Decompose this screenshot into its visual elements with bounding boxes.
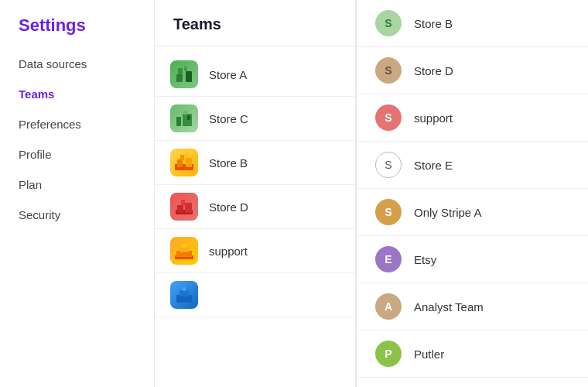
team-name: Store E [414, 159, 453, 172]
sidebar-item-teams[interactable]: Teams [19, 87, 135, 101]
list-item[interactable]: S support [357, 94, 588, 142]
team-name: Store D [414, 64, 453, 77]
avatar: S [375, 199, 402, 225]
unknown-icon [170, 281, 198, 309]
svg-rect-15 [181, 200, 185, 206]
sidebar: Settings Data sources Teams Preferences … [0, 0, 155, 387]
svg-rect-9 [177, 159, 183, 167]
teams-panel-header: Teams [155, 0, 355, 46]
team-name: Store D [209, 200, 248, 214]
list-item[interactable]: S Store E [357, 142, 588, 189]
support-icon [170, 237, 198, 265]
sidebar-item-preferences[interactable]: Preferences [19, 118, 135, 131]
right-panel: S Store B S Store D S support S Store E … [356, 0, 588, 387]
list-item[interactable]: A Analyst Team [357, 283, 588, 330]
list-item[interactable]: Store B [155, 141, 355, 185]
store-d-icon [170, 193, 198, 221]
avatar: S [375, 104, 402, 131]
svg-rect-11 [180, 155, 184, 160]
store-a-icon [170, 60, 198, 88]
svg-rect-2 [178, 68, 183, 74]
list-item[interactable] [155, 273, 355, 317]
svg-rect-0 [176, 74, 183, 82]
list-item[interactable]: Store C [155, 97, 355, 141]
team-name: support [209, 245, 248, 258]
team-name: Store B [414, 17, 453, 30]
avatar: A [375, 293, 402, 320]
team-name: Store B [209, 156, 248, 170]
list-item[interactable]: Store A [155, 53, 355, 97]
list-item[interactable]: S Store B [357, 0, 588, 47]
svg-rect-19 [182, 244, 186, 248]
teams-panel: Teams Store A St [155, 0, 356, 387]
svg-rect-18 [179, 247, 189, 252]
svg-rect-21 [179, 290, 189, 296]
list-item[interactable]: S Only Stripe A [357, 189, 588, 236]
store-c-icon [170, 104, 198, 132]
svg-rect-13 [177, 205, 183, 213]
team-name: Etsy [414, 253, 436, 266]
svg-rect-1 [186, 71, 192, 82]
avatar: P [375, 341, 402, 367]
svg-rect-4 [176, 117, 181, 126]
sidebar-item-plan[interactable]: Plan [19, 178, 135, 191]
svg-rect-6 [183, 111, 187, 115]
sidebar-item-profile[interactable]: Profile [19, 148, 135, 161]
svg-rect-10 [186, 158, 192, 167]
avatar: S [375, 57, 402, 84]
list-item[interactable]: E eBay store [357, 378, 588, 387]
svg-rect-5 [183, 114, 192, 126]
svg-rect-22 [183, 287, 186, 291]
team-name: Store A [209, 68, 247, 81]
sidebar-item-data-sources[interactable]: Data sources [19, 57, 135, 70]
store-b-icon [170, 149, 198, 176]
avatar: S [375, 10, 402, 36]
list-item[interactable]: Store D [155, 185, 355, 229]
team-name: Only Stripe A [414, 206, 482, 219]
team-name: Store C [209, 112, 248, 125]
team-name: Putler [414, 348, 444, 361]
svg-rect-7 [187, 115, 190, 120]
sidebar-item-security[interactable]: Security [19, 208, 135, 221]
team-list: Store A Store C [155, 46, 355, 324]
avatar: S [375, 152, 402, 178]
svg-rect-3 [184, 67, 187, 71]
list-item[interactable]: E Etsy [357, 236, 588, 283]
app-title: Settings [19, 15, 135, 36]
avatar: E [375, 246, 402, 272]
team-name: Analyst Team [414, 300, 484, 313]
list-item[interactable]: support [155, 229, 355, 273]
svg-rect-14 [185, 203, 192, 213]
list-item[interactable]: P Putler [357, 330, 588, 378]
list-item[interactable]: S Store D [357, 47, 588, 94]
team-name: support [414, 111, 453, 125]
